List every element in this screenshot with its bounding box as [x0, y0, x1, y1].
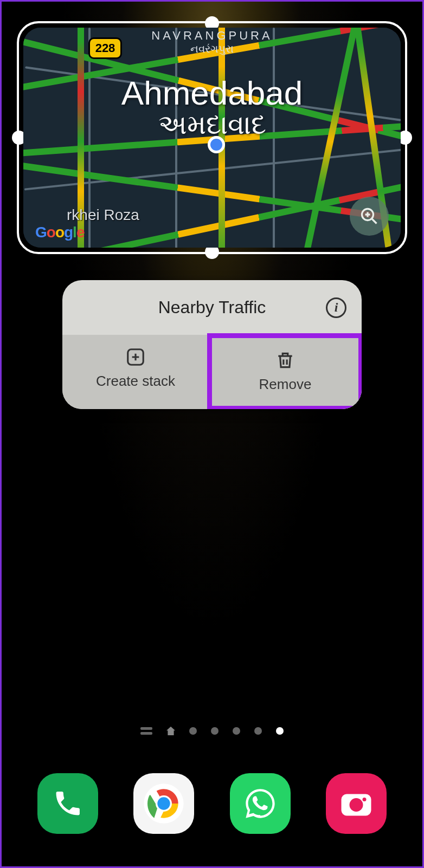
svg-line-1 [372, 219, 376, 223]
trash-icon [275, 350, 295, 371]
feed-page-icon [140, 727, 152, 735]
svg-point-13 [363, 798, 367, 801]
remove-label: Remove [259, 376, 312, 393]
camera-app[interactable] [326, 773, 387, 834]
widget-selection-frame[interactable]: NAVRANGPURA નવરંગપુરા 228 Ahmedabad અમદા… [17, 21, 407, 254]
create-stack-label: Create stack [96, 373, 175, 390]
widget-context-menu: Nearby Traffic i Create stack Remove [62, 280, 362, 409]
road-shield-icon: 228 [88, 37, 122, 59]
page-dot [211, 727, 219, 735]
page-dot-active [276, 727, 284, 735]
zoom-in-button[interactable] [350, 197, 389, 236]
nearby-traffic-widget[interactable]: NAVRANGPURA નવરંગપુરા 228 Ahmedabad અમદા… [23, 28, 401, 248]
city-label-local: અમદાવાદ [23, 109, 401, 141]
remove-button[interactable]: Remove [207, 333, 362, 409]
google-logo: Google [35, 224, 84, 241]
info-icon: i [335, 300, 338, 315]
map-poi-label: rkhei Roza [67, 206, 139, 224]
dock [2, 773, 422, 834]
whatsapp-app[interactable] [230, 773, 291, 834]
page-dot [233, 727, 240, 735]
city-label: Ahmedabad [23, 74, 401, 112]
map-area-label-local: નવરંગપુરા [23, 43, 401, 55]
svg-point-11 [158, 797, 170, 809]
magnify-plus-icon [359, 206, 379, 226]
plus-square-icon [125, 347, 146, 367]
chrome-icon [142, 782, 185, 825]
whatsapp-icon [243, 786, 278, 821]
svg-point-14 [350, 798, 363, 812]
popup-actions: Create stack Remove [62, 335, 362, 409]
road-shield-number: 228 [95, 41, 115, 55]
page-indicator[interactable] [2, 727, 422, 735]
phone-app[interactable] [37, 773, 98, 834]
info-button[interactable]: i [326, 297, 346, 318]
home-page-icon [166, 727, 175, 735]
chrome-app[interactable] [133, 773, 194, 834]
map-area-label: NAVRANGPURA [23, 29, 401, 43]
current-location-dot-icon [208, 136, 225, 153]
popup-header: Nearby Traffic i [62, 280, 362, 335]
camera-icon [340, 789, 372, 818]
page-dot [254, 727, 262, 735]
phone-icon [53, 788, 83, 819]
page-dot [189, 727, 197, 735]
popup-title: Nearby Traffic [158, 297, 266, 318]
create-stack-button[interactable]: Create stack [62, 335, 209, 409]
